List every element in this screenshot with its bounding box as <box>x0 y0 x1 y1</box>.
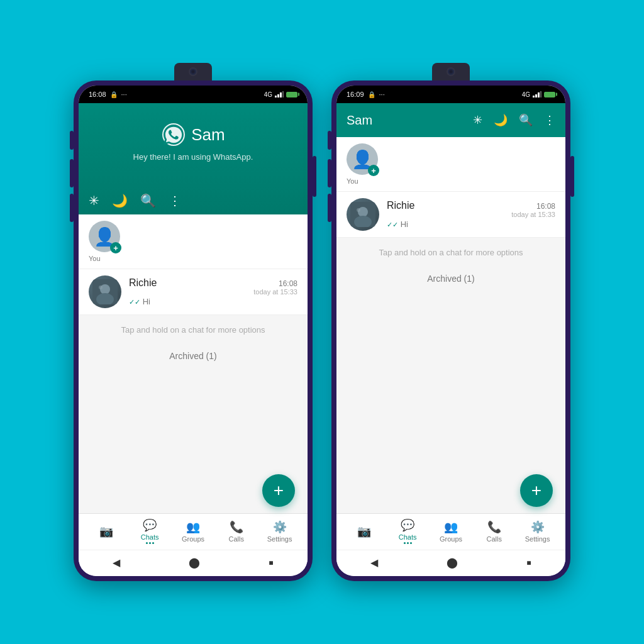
hint-text-2: Tap and hold on a chat for more options <box>336 238 565 267</box>
svg-rect-12 <box>540 91 541 97</box>
signal-bars-2 <box>533 91 541 97</box>
phone2-content: 👤 + You <box>336 137 565 576</box>
search-icon-1[interactable]: 🔍 <box>140 193 156 208</box>
camera-icon-1: 📷 <box>99 525 113 538</box>
home-btn-2[interactable]: ⬤ <box>447 557 458 569</box>
profile-name-large: Sam <box>191 125 225 145</box>
battery-icon-1 <box>286 92 297 97</box>
chats-icon-2: 💬 <box>401 518 414 532</box>
phone1: 16:08 🔒 ··· 4G <box>74 63 313 581</box>
chat-list-2: 👤 + You <box>336 137 565 513</box>
signal-2: 4G <box>522 91 530 98</box>
status-bar-right-2: 4G <box>522 91 555 98</box>
menu-icon-1[interactable]: ⋮ <box>169 193 181 208</box>
lock-icon-2: 🔒 <box>368 91 375 98</box>
new-chat-label-2: You <box>347 177 358 185</box>
nav-groups-1[interactable]: 👥 Groups <box>172 520 215 543</box>
svg-point-16 <box>357 208 360 212</box>
checkmarks-2: ✓✓ <box>387 221 398 228</box>
signal-1: 4G <box>264 91 272 98</box>
chat-item-richie-2[interactable]: Richie 16:08 today at 15:33 ✓✓ Hi <box>336 192 565 238</box>
flash-icon-2[interactable]: ✳ <box>473 113 482 127</box>
side-btn-2-3 <box>328 194 331 222</box>
chat-preview-text-1: Hi <box>143 297 150 306</box>
recent-btn-1[interactable]: ■ <box>269 558 273 567</box>
nav-calls-1[interactable]: 📞 Calls <box>214 520 258 543</box>
menu-icon-2[interactable]: ⋮ <box>544 113 555 127</box>
status-bar-2: 16:09 🔒 ··· 4G <box>336 86 565 103</box>
nav-dots-1 <box>146 542 154 544</box>
side-btn-3 <box>70 194 74 222</box>
phone2: 16:09 🔒 ··· 4G Sam <box>331 63 570 581</box>
header-icons-1: ✳ 🌙 🔍 ⋮ <box>79 187 308 214</box>
chat-list-1: 👤 + You <box>79 214 308 513</box>
svg-rect-10 <box>535 94 537 97</box>
nav-camera-1[interactable]: 📷 <box>85 525 128 538</box>
home-btn-1[interactable]: ⬤ <box>189 557 200 569</box>
nav-chats-1[interactable]: 💬 Chats <box>128 518 172 544</box>
fab-2[interactable]: + <box>520 474 553 507</box>
profile-logo-row: Sam <box>161 122 225 147</box>
new-chat-row-1[interactable]: 👤 + You <box>79 214 308 269</box>
bottom-nav-2: 📷 💬 Chats 👥 Groups <box>336 513 565 550</box>
chat-name-row-2: Richie 16:08 today at 15:33 <box>387 200 555 218</box>
nav-calls-2[interactable]: 📞 Calls <box>472 520 516 543</box>
phone-outer-1: 16:08 🔒 ··· 4G <box>74 80 313 581</box>
nav-settings-1[interactable]: ⚙️ Settings <box>258 520 301 543</box>
new-chat-plus-2: + <box>368 165 379 176</box>
chat-time2-1: today at 15:33 <box>253 288 297 296</box>
hint-text-1: Tap and hold on a chat for more options <box>79 315 308 345</box>
chats-label-1: Chats <box>141 533 159 541</box>
flash-icon-1[interactable]: ✳ <box>89 193 99 208</box>
groups-label-2: Groups <box>440 535 462 543</box>
chat-avatar-img-richie-1 <box>89 275 121 308</box>
checkmarks-1: ✓✓ <box>129 298 140 306</box>
nav-camera-2[interactable]: 📷 <box>343 525 386 538</box>
chat-preview-2: ✓✓ Hi <box>387 219 555 229</box>
search-icon-2[interactable]: 🔍 <box>519 113 533 127</box>
richie-avatar-svg-1 <box>92 279 118 304</box>
chat-time-2: 16:08 <box>511 202 555 211</box>
chat-time-block-2: 16:08 today at 15:33 <box>511 202 555 218</box>
richie-avatar-svg-2 <box>350 202 375 227</box>
new-chat-label-1: You <box>89 255 101 262</box>
settings-icon-2: ⚙️ <box>531 520 545 534</box>
groups-icon-2: 👥 <box>444 520 458 534</box>
svg-rect-0 <box>275 96 277 97</box>
chat-info-richie-1: Richie 16:08 today at 15:33 ✓✓ Hi <box>129 277 297 306</box>
chat-name-richie-2: Richie <box>387 200 414 211</box>
chat-item-richie-1[interactable]: Richie 16:08 today at 15:33 ✓✓ Hi <box>79 269 308 315</box>
nav-chats-2[interactable]: 💬 Chats <box>386 518 430 544</box>
back-btn-1[interactable]: ◀ <box>113 557 120 569</box>
chat-time-1: 16:08 <box>253 279 297 288</box>
archived-row-2[interactable]: Archived (1) <box>336 267 565 290</box>
new-chat-row-2[interactable]: 👤 + You <box>336 137 565 192</box>
recent-btn-2[interactable]: ■ <box>526 558 531 567</box>
svg-point-8 <box>99 286 103 289</box>
nav-settings-2[interactable]: ⚙️ Settings <box>516 520 559 543</box>
moon-icon-1[interactable]: 🌙 <box>112 193 128 208</box>
camera-lens-2 <box>447 67 455 76</box>
side-btn-2-2 <box>328 159 331 187</box>
moon-icon-2[interactable]: 🌙 <box>494 113 508 127</box>
svg-rect-2 <box>280 92 282 97</box>
system-nav-1: ◀ ⬤ ■ <box>79 550 308 576</box>
chat-preview-1: ✓✓ Hi <box>129 297 297 306</box>
camera-icon-2: 📷 <box>357 525 371 538</box>
archived-row-1[interactable]: Archived (1) <box>79 345 308 367</box>
chat-time-block-1: 16:08 today at 15:33 <box>253 279 297 296</box>
side-btn-2 <box>70 159 74 187</box>
fab-1[interactable]: + <box>262 474 295 507</box>
profile-status: Hey there! I am using WhatsApp. <box>133 152 253 162</box>
battery-icon-2 <box>544 92 555 97</box>
camera-lens-1 <box>189 67 197 76</box>
system-nav-2: ◀ ⬤ ■ <box>336 550 565 576</box>
back-btn-2[interactable]: ◀ <box>370 557 378 569</box>
side-btn-right <box>313 156 316 197</box>
chat-avatar-richie-2 <box>347 198 379 231</box>
nav-dots-2 <box>404 542 412 544</box>
groups-label-1: Groups <box>182 535 204 543</box>
bottom-nav-1: 📷 💬 Chats 👥 Groups <box>79 513 308 550</box>
nav-groups-2[interactable]: 👥 Groups <box>430 520 473 543</box>
status-bar-1: 16:08 🔒 ··· 4G <box>79 86 308 103</box>
